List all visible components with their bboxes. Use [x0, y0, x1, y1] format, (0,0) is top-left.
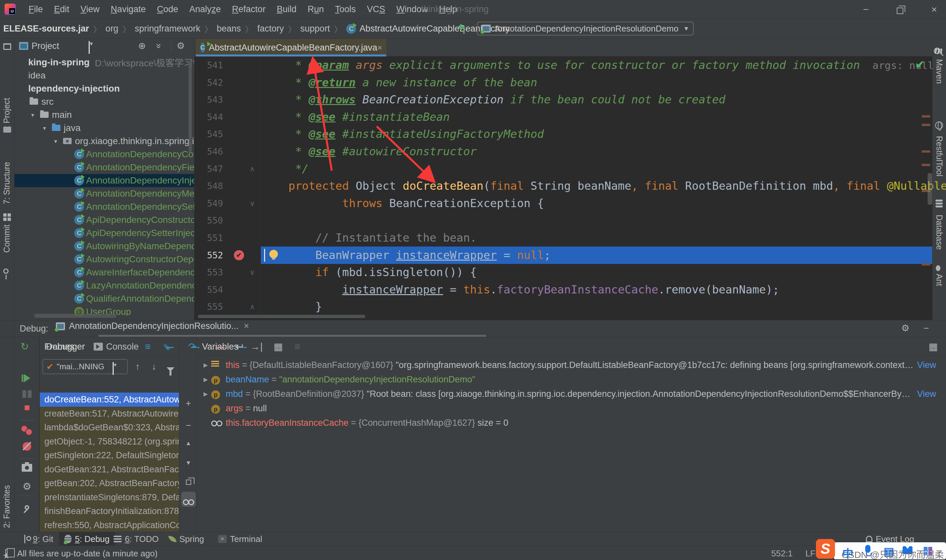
close-button[interactable]: × — [925, 0, 943, 19]
sidebar-tab-database[interactable]: Database — [935, 215, 944, 250]
line-number[interactable]: 544 — [198, 108, 223, 126]
expand-arrow-icon[interactable]: ▶ — [200, 391, 211, 397]
menu-item-run[interactable]: Run — [302, 4, 330, 14]
variable-row[interactable]: ▶this = {DefaultListableBeanFactory@1607… — [197, 358, 946, 372]
editor-horizontal-scrollbar[interactable] — [198, 315, 365, 318]
frame-row[interactable]: finishBeanFactoryInitialization:878, A — [40, 504, 179, 518]
sidebar-tab-restfultool[interactable]: RestfulTool — [935, 136, 944, 177]
variable-row[interactable]: ▶pmbd = {RootBeanDefinition@2037} "Root … — [197, 387, 946, 401]
line-number[interactable]: 542 — [198, 74, 223, 91]
code-line[interactable]: 544 * @see #instantiateBean — [194, 108, 932, 126]
menu-item-analyze[interactable]: Analyze — [183, 4, 226, 14]
variable-row[interactable]: this.factoryBeanInstanceCache = {Concurr… — [197, 415, 946, 430]
menu-item-code[interactable]: Code — [151, 4, 184, 14]
run-configuration-select[interactable]: AnnotationDependencyInjectionResolutionD… — [477, 22, 694, 35]
code-line[interactable]: 549∨ throws BeanCreationException { — [194, 195, 932, 212]
expand-arrow-icon[interactable]: ▼ — [53, 138, 58, 144]
line-number[interactable]: 550 — [198, 212, 223, 229]
debugger-settings-button[interactable]: ⚙ — [14, 480, 39, 492]
frame-row[interactable]: doGetBean:321, AbstractBeanFactor — [40, 463, 179, 477]
copy-value-button[interactable] — [179, 475, 197, 486]
line-number[interactable]: 543 — [198, 91, 223, 108]
thread-select[interactable]: ✔ "mai...NNING ▼ — [42, 359, 128, 374]
tree-item[interactable]: CAwareInterfaceDependencyInjec — [14, 266, 194, 279]
menu-item-tools[interactable]: Tools — [330, 4, 361, 14]
fold-marker-icon[interactable]: ∧ — [250, 298, 255, 315]
move-down-button[interactable]: ▼ — [179, 460, 197, 466]
inspections-ok-icon[interactable]: ✔ — [915, 58, 924, 71]
prev-frame-button[interactable]: ↑ — [130, 359, 145, 374]
line-number[interactable]: 552 — [198, 246, 223, 264]
breadcrumb-item[interactable]: springframework — [135, 24, 200, 34]
tree-item[interactable]: CApiDependencySetterInjectionD — [14, 226, 194, 240]
close-session-icon[interactable]: × — [244, 321, 249, 331]
view-breakpoints-button[interactable] — [14, 425, 39, 437]
menu-item-edit[interactable]: Edit — [49, 4, 75, 14]
fold-marker-icon[interactable]: ∧ — [250, 160, 255, 178]
frame-row[interactable]: lambda$doGetBean$0:323, Abstract — [40, 420, 179, 435]
editor-vertical-scrollbar[interactable] — [928, 173, 932, 205]
tree-item[interactable]: CLazyAnnotationDependencyInjec — [14, 279, 194, 292]
mute-breakpoints-button[interactable] — [14, 442, 39, 453]
toolwindow-button-terminal[interactable]: >Terminal — [213, 532, 267, 546]
tree-item[interactable]: src — [14, 95, 194, 108]
tree-horizontal-scrollbar[interactable] — [34, 314, 116, 318]
breadcrumb-item[interactable]: factory — [257, 24, 284, 34]
tree-item[interactable]: lependency-injection — [14, 82, 194, 95]
tree-item[interactable]: CAnnotationDependencySetterInj — [14, 200, 194, 213]
frame-row[interactable]: getObject:-1, 758348212 (org.spring — [40, 435, 179, 449]
tree-item[interactable]: CAutowiringByNameDependency — [14, 240, 194, 253]
tree-item[interactable]: CAnnotationDependencyConstruc — [14, 148, 194, 161]
thread-dump-button[interactable] — [14, 463, 39, 474]
expand-arrow-icon[interactable]: ▼ — [42, 125, 47, 131]
tree-item[interactable]: ▼java — [14, 122, 194, 135]
tree-item[interactable]: idea — [14, 69, 194, 82]
next-frame-button[interactable]: ↓ — [147, 359, 161, 374]
caret-position[interactable]: 552:1 — [771, 549, 793, 559]
menu-item-build[interactable]: Build — [271, 4, 302, 14]
project-view-title[interactable]: Project — [32, 41, 59, 51]
hide-debug-panel-button[interactable]: − — [920, 321, 933, 335]
move-up-button[interactable]: ▲ — [179, 440, 197, 447]
toolwindow-button-todo[interactable]: 6: TODO — [108, 532, 164, 546]
editor[interactable]: C AbstractAutowireCapableBeanFactory.jav… — [194, 39, 932, 320]
tree-item[interactable]: ▼main — [14, 108, 194, 122]
code-line[interactable]: 555∧ } — [194, 298, 932, 315]
view-link[interactable]: View — [917, 360, 936, 370]
pause-button[interactable]: ▮▮ — [14, 387, 39, 399]
menu-item-navigate[interactable]: Navigate — [105, 4, 151, 14]
menu-item-file[interactable]: File — [23, 4, 49, 14]
tree-item[interactable]: CAutowiringConstructorDepender — [14, 253, 194, 266]
line-number[interactable]: 551 — [198, 229, 223, 246]
code-line[interactable]: 551 // Instantiate the bean. — [194, 229, 932, 246]
code-line[interactable]: 552✔ BeanWrapper instanceWrapper = null; — [194, 246, 932, 264]
toolwindow-button-spring[interactable]: Spring — [163, 532, 209, 546]
line-number[interactable]: 553 — [198, 264, 223, 281]
line-number[interactable]: 549 — [198, 195, 223, 212]
tree-item[interactable]: CAnnotationDependencyFieldInje — [14, 161, 194, 174]
code-line[interactable]: 553∨ if (mbd.isSingleton()) { — [194, 264, 932, 281]
tree-item[interactable]: CAnnotationDependencyInjection — [14, 174, 194, 187]
stop-button[interactable]: ■ — [14, 402, 39, 413]
breadcrumb-item[interactable]: ELEASE-sources.jar — [3, 24, 89, 34]
sidebar-tab-maven[interactable]: Maven — [935, 59, 944, 84]
code-line[interactable]: 543 * @throws BeanCreationException if t… — [194, 91, 932, 108]
variable-row[interactable]: ▶pbeanName = "annotationDependencyInject… — [197, 372, 946, 387]
line-number[interactable]: 554 — [198, 281, 223, 298]
line-number[interactable]: 541 — [198, 57, 223, 74]
frame-row[interactable]: refresh:550, AbstractApplicationCon — [40, 518, 179, 532]
fold-marker-icon[interactable]: ∨ — [250, 264, 255, 281]
restore-button[interactable] — [891, 0, 909, 19]
code-line[interactable]: 546 * @see #autowireConstructor — [194, 143, 932, 160]
line-number[interactable]: 546 — [198, 143, 223, 160]
remove-watch-button[interactable]: − — [179, 420, 197, 431]
tree-item[interactable]: CQualifierAnnotationDependency — [14, 292, 194, 305]
code-area[interactable]: 541 * @param args explicit arguments to … — [194, 57, 932, 316]
collapse-all-button[interactable]: » — [152, 39, 166, 52]
code-line[interactable]: 554 instanceWrapper = this.factoryBeanIn… — [194, 281, 932, 298]
filter-frames-button[interactable] — [163, 359, 178, 374]
breadcrumb-item[interactable]: support — [300, 24, 330, 34]
breadcrumb-item[interactable]: beans — [217, 24, 241, 34]
fold-marker-icon[interactable]: ∨ — [250, 195, 255, 212]
code-line[interactable]: 545 * @see #instantiateUsingFactoryMetho… — [194, 125, 932, 143]
